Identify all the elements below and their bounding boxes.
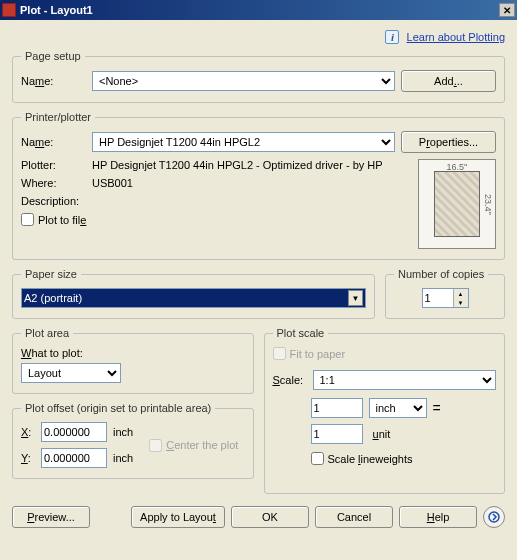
page-setup-legend: Page setup [21, 50, 85, 62]
printer-properties-button[interactable]: Properties... [401, 131, 496, 153]
printer-name-select[interactable]: HP Designjet T1200 44in HPGL2 [92, 132, 395, 152]
what-to-plot-label: What to plot: [21, 347, 245, 359]
what-to-plot-select[interactable]: Layout [21, 363, 121, 383]
paper-preview-page [434, 171, 480, 237]
scale-den-unit: unit [369, 428, 427, 440]
paper-size-group: Paper size A2 (portrait) ▼ [12, 268, 375, 319]
plot-to-file-label: Plot to file [38, 214, 86, 226]
apply-to-layout-button[interactable]: Apply to Layout [131, 506, 225, 528]
learn-plotting-link[interactable]: Learn about Plotting [407, 31, 505, 43]
printer-name-label: Name: [21, 136, 86, 148]
more-options-button[interactable] [483, 506, 505, 528]
scale-denominator-input[interactable] [311, 424, 363, 444]
preview-button[interactable]: Preview... [12, 506, 90, 528]
scale-unit-select[interactable]: inches [369, 398, 427, 418]
offset-y-input[interactable] [41, 448, 107, 468]
plot-scale-legend: Plot scale [273, 327, 329, 339]
x-unit: inch [113, 426, 133, 438]
window-title: Plot - Layout1 [20, 4, 93, 16]
help-button[interactable]: Help [399, 506, 477, 528]
paper-size-select[interactable]: A2 (portrait) ▼ [21, 288, 366, 308]
copies-group: Number of copies ▲▼ [385, 268, 505, 319]
page-setup-group: Page setup Name: <None> Add... [12, 50, 505, 103]
fit-to-paper-label: Fit to paper [290, 348, 346, 360]
scale-label: Scale: [273, 374, 307, 386]
offset-x-input[interactable] [41, 422, 107, 442]
plotter-value: HP Designjet T1200 44in HPGL2 - Optimize… [92, 159, 383, 171]
ok-button[interactable]: OK [231, 506, 309, 528]
plot-offset-legend: Plot offset (origin set to printable are… [21, 402, 215, 414]
add-pagesetup-button[interactable]: Add... [401, 70, 496, 92]
plot-to-file-checkbox[interactable] [21, 213, 34, 226]
paper-height-dim: 23.4'' [483, 194, 493, 215]
fit-to-paper-checkbox [273, 347, 286, 360]
pagesetup-name-label: Name: [21, 75, 86, 87]
where-label: Where: [21, 177, 86, 189]
scale-lineweights-label: Scale lineweights [328, 453, 413, 465]
spin-down-icon[interactable]: ▼ [453, 298, 468, 307]
where-value: USB001 [92, 177, 133, 189]
title-bar: Plot - Layout1 ✕ [0, 0, 517, 20]
info-icon: i [385, 30, 399, 44]
center-plot-checkbox [149, 439, 162, 452]
app-icon [2, 3, 16, 17]
scale-select[interactable]: 1:1 [313, 370, 497, 390]
scale-numerator-input[interactable] [311, 398, 363, 418]
copies-legend: Number of copies [394, 268, 488, 280]
plot-offset-group: Plot offset (origin set to printable are… [12, 402, 254, 479]
svg-point-0 [489, 512, 499, 522]
center-plot-label: Center the plot [166, 439, 238, 451]
paper-preview: 16.5'' 23.4'' [418, 159, 496, 249]
y-label: Y: [21, 452, 35, 464]
plotter-label: Plotter: [21, 159, 86, 171]
spin-up-icon[interactable]: ▲ [453, 289, 468, 298]
copies-input[interactable] [423, 289, 453, 307]
scale-lineweights-checkbox[interactable] [311, 452, 324, 465]
chevron-down-icon: ▼ [348, 290, 363, 306]
copies-spinner[interactable]: ▲▼ [422, 288, 469, 308]
equals-icon: = [433, 400, 441, 416]
printer-group: Printer/plotter Name: HP Designjet T1200… [12, 111, 505, 260]
x-label: X: [21, 426, 35, 438]
printer-legend: Printer/plotter [21, 111, 95, 123]
description-label: Description: [21, 195, 86, 207]
pagesetup-name-select[interactable]: <None> [92, 71, 395, 91]
paper-size-legend: Paper size [21, 268, 81, 280]
close-button[interactable]: ✕ [499, 3, 515, 17]
paper-size-value: A2 (portrait) [24, 292, 82, 304]
plot-area-group: Plot area What to plot: Layout [12, 327, 254, 394]
y-unit: inch [113, 452, 133, 464]
plot-scale-group: Plot scale Fit to paper Scale: 1:1 inche… [264, 327, 506, 494]
plot-area-legend: Plot area [21, 327, 73, 339]
cancel-button[interactable]: Cancel [315, 506, 393, 528]
